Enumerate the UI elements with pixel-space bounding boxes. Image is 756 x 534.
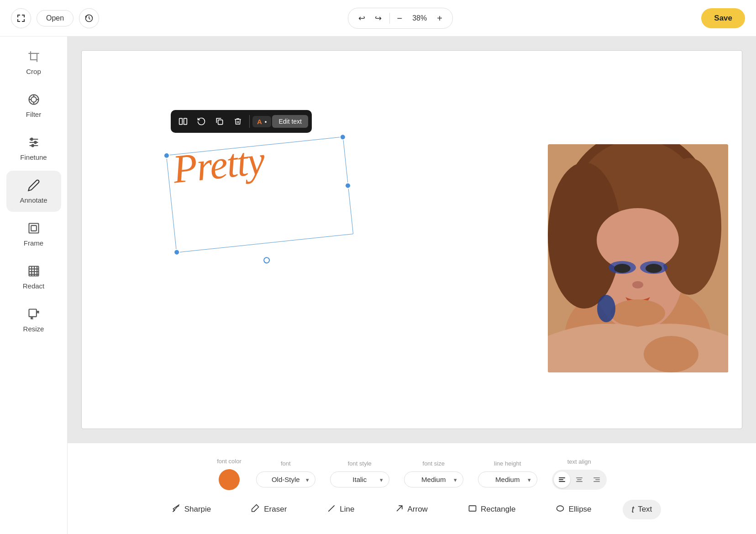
zoom-value: 38% [408, 14, 431, 22]
align-right-button[interactable] [588, 471, 605, 488]
font-style-select[interactable]: Italic Normal Bold Bold Italic [330, 471, 389, 487]
tool-line[interactable]: Line [318, 499, 363, 520]
text-align-group: text align [552, 458, 607, 490]
svg-point-46 [632, 281, 643, 288]
fullscreen-button[interactable] [11, 8, 31, 28]
svg-rect-27 [29, 309, 36, 316]
text-align-buttons [552, 470, 607, 490]
redact-icon [27, 265, 40, 279]
tool-rectangle[interactable]: Rectangle [459, 499, 525, 520]
font-size-select[interactable]: Medium Small Large X-Large [404, 471, 463, 487]
svg-rect-55 [576, 481, 583, 482]
undo-button[interactable]: ↩ [355, 11, 369, 26]
svg-rect-28 [179, 118, 183, 124]
zoom-out-button[interactable]: − [394, 14, 406, 23]
sidebar-item-resize-label: Resize [23, 325, 44, 333]
crop-icon [27, 50, 40, 65]
zoom-in-button[interactable]: + [433, 14, 446, 23]
eraser-icon [251, 504, 260, 515]
font-color-group: font color [217, 458, 241, 490]
svg-point-17 [31, 144, 34, 147]
line-height-select-wrapper: Medium Small Large [478, 471, 537, 487]
sidebar-item-redact[interactable]: Redact [6, 257, 61, 298]
svg-point-15 [34, 141, 37, 143]
redo-button[interactable]: ↪ [371, 11, 386, 26]
svg-point-47 [610, 299, 665, 327]
font-size-select-wrapper: Medium Small Large X-Large [404, 471, 463, 487]
tool-arrow[interactable]: Arrow [386, 499, 437, 520]
canvas-inner: A • Edit text Pretty [81, 50, 742, 429]
sidebar-item-filter[interactable]: Filter [6, 85, 61, 126]
element-toolbar: A • Edit text [171, 110, 312, 133]
sidebar: Crop Filter Finetune [0, 37, 68, 534]
svg-point-48 [597, 295, 615, 322]
selection-box [166, 136, 353, 253]
frame-icon [27, 222, 40, 236]
font-color-label: font color [217, 458, 241, 465]
sidebar-item-annotate[interactable]: Annotate [6, 171, 61, 212]
text-color-button[interactable]: A • [252, 116, 271, 127]
sidebar-item-frame[interactable]: Frame [6, 214, 61, 255]
text-label: Text [638, 505, 652, 514]
canvas-area[interactable]: A • Edit text Pretty [68, 37, 756, 443]
flip-button[interactable] [174, 113, 192, 130]
tool-text[interactable]: t Text [623, 500, 662, 519]
font-style-select-wrapper: Italic Normal Bold Bold Italic [330, 471, 389, 487]
handle-middle-right[interactable] [344, 182, 351, 189]
ellipse-icon [556, 504, 565, 515]
delete-button[interactable] [229, 113, 247, 130]
resize-icon [27, 308, 40, 322]
open-button[interactable]: Open [37, 10, 74, 26]
handle-top-left[interactable] [163, 152, 170, 159]
sidebar-item-resize[interactable]: Resize [6, 299, 61, 340]
font-color-swatch[interactable] [219, 469, 240, 490]
save-button[interactable]: Save [701, 8, 745, 28]
svg-rect-64 [469, 506, 476, 511]
svg-point-13 [31, 138, 33, 140]
duplicate-button[interactable] [211, 113, 228, 130]
sharpie-label: Sharpie [184, 505, 211, 514]
line-label: Line [340, 505, 354, 514]
sidebar-item-crop[interactable]: Crop [6, 42, 61, 83]
font-select[interactable]: Old-Style Serif Sans-Serif Monospace [256, 471, 315, 487]
edit-text-button[interactable]: Edit text [272, 115, 308, 128]
align-center-button[interactable] [571, 471, 588, 488]
zoom-controls: ↩ ↪ − 38% + [348, 8, 453, 29]
annotate-icon [27, 179, 40, 194]
text-tool-icon: t [632, 504, 635, 515]
handle-bottom-left[interactable] [173, 249, 180, 256]
svg-rect-50 [559, 477, 565, 478]
svg-point-41 [597, 208, 679, 272]
handle-rotate[interactable] [263, 257, 270, 264]
tool-ellipse[interactable]: Ellipse [546, 499, 600, 520]
sidebar-item-finetune-label: Finetune [20, 153, 47, 161]
svg-rect-54 [577, 479, 582, 480]
rectangle-icon [468, 504, 477, 515]
line-height-select[interactable]: Medium Small Large [478, 471, 537, 487]
handle-top-right[interactable] [339, 134, 346, 141]
ellipse-label: Ellipse [568, 505, 591, 514]
sidebar-item-finetune[interactable]: Finetune [6, 128, 61, 169]
canvas-text-element[interactable]: Pretty [171, 137, 266, 192]
svg-rect-18 [29, 223, 38, 233]
rectangle-label: Rectangle [481, 505, 516, 514]
font-label: font [281, 460, 291, 467]
history-button[interactable] [79, 8, 99, 28]
font-select-wrapper: Old-Style Serif Sans-Serif Monospace [256, 471, 315, 487]
arrow-icon [395, 504, 404, 515]
svg-line-63 [397, 506, 402, 511]
svg-rect-29 [184, 118, 187, 124]
rotate-button[interactable] [193, 113, 210, 130]
svg-rect-53 [576, 477, 583, 478]
align-left-button[interactable] [554, 471, 570, 488]
tool-sharpie[interactable]: Sharpie [163, 499, 220, 520]
svg-rect-51 [559, 479, 563, 480]
topbar-right: Save [701, 8, 745, 28]
tool-eraser[interactable]: Eraser [242, 499, 296, 520]
svg-line-61 [254, 509, 257, 511]
bottom-panel: font color font Old-Style Serif Sans-Ser… [68, 443, 756, 534]
svg-point-44 [614, 264, 630, 273]
topbar-left: Open [11, 8, 99, 28]
topbar: Open ↩ ↪ − 38% + Save [0, 0, 756, 37]
svg-point-65 [557, 506, 564, 511]
